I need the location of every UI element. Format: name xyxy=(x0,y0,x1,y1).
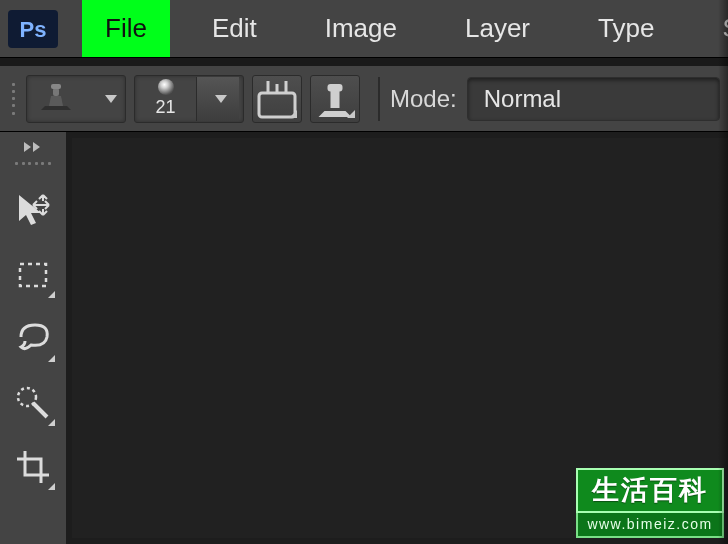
watermark-title: 生活百科 xyxy=(576,468,724,513)
lasso-icon xyxy=(13,319,53,359)
chevron-down-icon xyxy=(215,95,227,103)
tools-panel xyxy=(0,132,66,544)
chevron-down-icon xyxy=(105,95,117,103)
menu-item-edit[interactable]: Edit xyxy=(194,3,275,54)
lasso-tool[interactable] xyxy=(5,310,61,368)
ps-logo-icon: Ps xyxy=(8,10,58,48)
menu-item-select[interactable]: Select xyxy=(704,3,728,54)
tool-submenu-icon xyxy=(48,291,55,298)
clone-stamp-icon xyxy=(35,80,77,118)
brush-preset-picker[interactable]: 21 xyxy=(134,75,244,123)
brush-dropdown[interactable] xyxy=(197,77,239,121)
tools-grip[interactable] xyxy=(11,162,55,172)
brush-dot-icon xyxy=(158,79,174,95)
menu-item-type[interactable]: Type xyxy=(580,3,672,54)
flyout-corner-icon xyxy=(289,110,297,118)
tool-submenu-icon xyxy=(48,483,55,490)
move-tool[interactable] xyxy=(5,182,61,240)
options-grip[interactable] xyxy=(8,79,20,119)
watermark: 生活百科 www.bimeiz.com xyxy=(576,468,724,538)
options-divider xyxy=(378,77,380,121)
svg-rect-2 xyxy=(53,88,59,96)
chevron-right-icon xyxy=(33,142,40,152)
flyout-corner-icon xyxy=(347,110,355,118)
options-bar: 21 Mode: Normal xyxy=(0,66,728,132)
svg-rect-6 xyxy=(328,84,343,92)
crop-icon xyxy=(13,447,53,487)
tool-preset-picker[interactable] xyxy=(26,75,126,123)
tool-submenu-icon xyxy=(48,355,55,362)
options-gap xyxy=(0,58,728,66)
svg-rect-5 xyxy=(331,90,340,108)
move-tool-icon xyxy=(13,191,53,231)
menu-bar: Ps File Edit Image Layer Type Select xyxy=(0,0,728,58)
brush-preview: 21 xyxy=(135,77,197,121)
app-logo: Ps xyxy=(8,9,58,49)
crop-tool[interactable] xyxy=(5,438,61,496)
menu-item-layer[interactable]: Layer xyxy=(447,3,548,54)
chevron-right-icon xyxy=(24,142,31,152)
menu-item-image[interactable]: Image xyxy=(307,3,415,54)
tool-submenu-icon xyxy=(48,419,55,426)
brush-size-value: 21 xyxy=(155,97,175,118)
svg-rect-3 xyxy=(51,84,61,89)
rectangular-marquee-tool[interactable] xyxy=(5,246,61,304)
mode-value: Normal xyxy=(484,85,561,113)
svg-text:Ps: Ps xyxy=(20,17,47,42)
svg-rect-7 xyxy=(20,264,46,286)
mode-select[interactable]: Normal xyxy=(467,77,720,121)
quick-selection-icon xyxy=(13,383,53,423)
mode-label: Mode: xyxy=(390,85,457,113)
tools-expand-button[interactable] xyxy=(3,136,63,158)
toggle-brush-panel-button[interactable] xyxy=(252,75,302,123)
watermark-url: www.bimeiz.com xyxy=(576,513,724,538)
quick-selection-tool[interactable] xyxy=(5,374,61,432)
menu-item-file[interactable]: File xyxy=(82,0,170,57)
toggle-clone-source-button[interactable] xyxy=(310,75,360,123)
marquee-icon xyxy=(13,255,53,295)
